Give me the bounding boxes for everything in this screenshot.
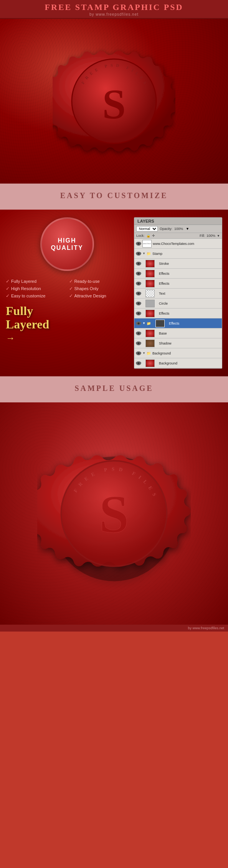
layer-name-1: Stamp <box>152 252 220 256</box>
eye-icon-6[interactable] <box>136 302 141 305</box>
section-title-customize: EASY TO CUSTOMIZE <box>0 191 228 200</box>
layer-thumb-10 <box>145 340 155 347</box>
feature-label-2: Ready-to-use <box>74 279 100 284</box>
feature-item-3: ✓ High Resolution <box>6 286 65 291</box>
feature-label-5: Easy to customize <box>11 294 45 298</box>
layer-row-0[interactable]: www.Choco www.ChocoTemplates.com <box>134 239 222 249</box>
layer-name-5: Text <box>159 292 220 295</box>
fill-value: 100% <box>207 234 215 238</box>
eye-icon-3[interactable] <box>136 272 141 276</box>
layer-name-10: Shadow <box>159 341 220 345</box>
layers-lock-row: Lock: 🔒 ✛ Fill: 100% ▼ <box>134 233 222 239</box>
opacity-arrow[interactable]: ▼ <box>186 227 189 231</box>
eye-icon-4[interactable] <box>136 282 141 286</box>
checkmark-6: ✓ <box>69 293 73 299</box>
main-title: FREE STAMP GRAPHIC PSD <box>0 2 228 12</box>
feature-label-4: Shapes Only <box>74 286 99 291</box>
layer-name-11: Background <box>152 351 220 355</box>
layer-row-11[interactable]: ▼ 📁 Background <box>134 348 222 358</box>
fully-layered-text: FullyLayered <box>6 304 128 331</box>
layer-thumb-8 <box>155 320 165 327</box>
layer-name-7: Effects <box>159 312 220 315</box>
feature-item-1: ✓ Fully Layered <box>6 279 65 284</box>
layer-thumb-5 <box>145 290 155 297</box>
feature-label-3: High Resolution <box>11 286 41 291</box>
feature-item-4: ✓ Shapes Only <box>69 286 129 291</box>
hq-badge: HIGH QUALITY <box>40 217 94 271</box>
eye-icon-1[interactable] <box>136 252 141 256</box>
layer-row-5[interactable]: Text <box>134 289 222 299</box>
layers-panel-title: LAYERS <box>134 218 222 225</box>
layer-name-0: www.ChocoTemplates.com <box>153 242 220 246</box>
layer-thumb-9 <box>145 330 155 337</box>
arrow-icon: → <box>6 333 128 343</box>
checkmark-3: ✓ <box>6 286 10 291</box>
bottom-stamp: S FREE PSD FILES <box>37 437 191 590</box>
eye-icon-11[interactable] <box>136 351 141 355</box>
layer-name-2: Stroke <box>159 262 220 266</box>
layer-row-4[interactable]: Effects <box>134 279 222 289</box>
layer-row-12[interactable]: Background <box>134 358 222 368</box>
feature-list: ✓ Fully Layered ✓ Ready-to-use ✓ High Re… <box>6 279 128 299</box>
feature-label-1: Fully Layered <box>11 279 36 284</box>
layer-thumb-3 <box>145 270 155 277</box>
layer-name-4: Effects <box>159 282 220 286</box>
layers-panel[interactable]: LAYERS Normal Opacity: 100% ▼ Lock: 🔒 ✛ … <box>134 217 222 369</box>
hero-section: S FREE PSD FILES <box>0 19 228 184</box>
layer-thumb-0: www.Choco <box>142 240 152 248</box>
demo-content: HIGH QUALITY ✓ Fully Layered ✓ Ready-to-… <box>6 217 222 369</box>
hero-stamp: S FREE PSD FILES <box>53 40 175 162</box>
layer-row-7[interactable]: Effects <box>134 308 222 318</box>
folder-icon-1: 📁 <box>147 252 151 256</box>
layer-name-8: Effects <box>169 322 220 325</box>
expand-icon-1[interactable]: ▼ <box>142 252 145 255</box>
layer-row-1[interactable]: ▼ 📁 Stamp <box>134 249 222 259</box>
eye-icon-0[interactable] <box>136 242 141 246</box>
eye-icon-9[interactable] <box>136 331 141 335</box>
footer: by www.freepsdfiles.net <box>0 625 228 632</box>
layer-row-2[interactable]: Stroke <box>134 259 222 269</box>
section-title-sample: SAMPLE USAGE <box>0 384 228 393</box>
folder-icon-11: 📁 <box>147 351 151 355</box>
blend-mode-select[interactable]: Normal <box>136 226 158 231</box>
layer-row-6[interactable]: Circle <box>134 299 222 308</box>
layer-row-8[interactable]: ▼ 📁 Effects <box>134 318 222 328</box>
layer-thumb-6 <box>145 300 155 307</box>
layer-row-9[interactable]: Base <box>134 328 222 338</box>
eye-icon-5[interactable] <box>136 292 141 295</box>
checkmark-2: ✓ <box>69 279 73 284</box>
opacity-value: 100% <box>174 227 183 231</box>
easy-customize-section: EASY TO CUSTOMIZE <box>0 184 228 210</box>
opacity-label: Opacity: <box>160 227 172 231</box>
sample-usage-section: SAMPLE USAGE <box>0 376 228 402</box>
expand-icon-8[interactable]: ▼ <box>142 322 145 325</box>
eye-icon-12[interactable] <box>136 361 141 365</box>
checkmark-4: ✓ <box>69 286 73 291</box>
demo-left: HIGH QUALITY ✓ Fully Layered ✓ Ready-to-… <box>6 217 128 369</box>
svg-text:S: S <box>102 81 126 128</box>
layer-name-3: Effects <box>159 272 220 276</box>
feature-item-6: ✓ Attractive Design <box>69 293 129 299</box>
checkmark-5: ✓ <box>6 293 10 299</box>
bottom-stamp-svg: S FREE PSD FILES <box>37 431 191 596</box>
stamp-svg: S FREE PSD FILES <box>53 40 175 162</box>
bottom-section: S FREE PSD FILES <box>0 402 228 625</box>
footer-text: by www.freepsdfiles.net <box>188 626 224 630</box>
eye-icon-8[interactable] <box>136 322 141 325</box>
header: FREE STAMP GRAPHIC PSD by www.freepsdfil… <box>0 0 228 19</box>
lock-move-icon: ✛ <box>152 234 155 238</box>
layers-controls: Normal Opacity: 100% ▼ <box>134 225 222 233</box>
layer-row-3[interactable]: Effects <box>134 269 222 279</box>
hq-text-line1: HIGH <box>58 237 76 244</box>
feature-item-5: ✓ Easy to customize <box>6 293 65 299</box>
layer-thumb-7 <box>145 310 155 317</box>
fill-arrow[interactable]: ▼ <box>217 234 220 238</box>
eye-icon-2[interactable] <box>136 262 141 266</box>
eye-icon-7[interactable] <box>136 312 141 315</box>
expand-icon-11[interactable]: ▼ <box>142 351 145 355</box>
eye-icon-10[interactable] <box>136 341 141 345</box>
feature-item-2: ✓ Ready-to-use <box>69 279 129 284</box>
demo-section: HIGH QUALITY ✓ Fully Layered ✓ Ready-to-… <box>0 210 228 376</box>
layer-name-12: Background <box>159 361 220 365</box>
layer-row-10[interactable]: Shadow <box>134 338 222 348</box>
